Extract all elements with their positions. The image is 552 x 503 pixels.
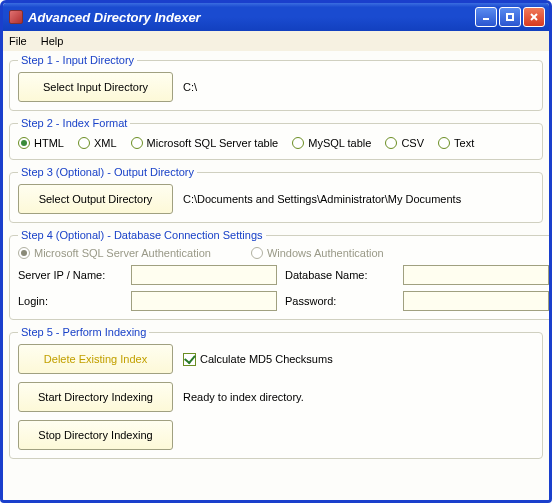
delete-existing-index-button[interactable]: Delete Existing Index xyxy=(18,344,173,374)
radio-icon xyxy=(18,247,30,259)
menu-file[interactable]: File xyxy=(9,35,27,47)
app-window: Advanced Directory Indexer File Help Ste… xyxy=(0,0,552,503)
auth-sql-label: Microsoft SQL Server Authentication xyxy=(34,247,211,259)
minimize-icon xyxy=(481,12,491,22)
radio-icon xyxy=(78,137,90,149)
md5-label: Calculate MD5 Checksums xyxy=(200,353,333,365)
auth-sql-radio: Microsoft SQL Server Authentication xyxy=(18,247,211,259)
titlebar: Advanced Directory Indexer xyxy=(3,3,549,31)
password-label: Password: xyxy=(285,295,395,307)
menu-help[interactable]: Help xyxy=(41,35,64,47)
indexing-status: Ready to index directory. xyxy=(183,391,304,403)
menubar: File Help xyxy=(3,31,549,51)
radio-icon xyxy=(131,137,143,149)
format-csv-label: CSV xyxy=(401,137,424,149)
step1-group: Step 1 - Input Directory Select Input Di… xyxy=(9,54,543,111)
radio-icon xyxy=(292,137,304,149)
checkbox-icon xyxy=(183,353,196,366)
format-xml-label: XML xyxy=(94,137,117,149)
server-input[interactable] xyxy=(131,265,277,285)
step5-legend: Step 5 - Perform Indexing xyxy=(18,326,149,338)
window-controls xyxy=(475,7,545,27)
svg-rect-1 xyxy=(507,14,513,20)
auth-windows-label: Windows Authentication xyxy=(267,247,384,259)
radio-icon xyxy=(438,137,450,149)
format-text-label: Text xyxy=(454,137,474,149)
close-button[interactable] xyxy=(523,7,545,27)
start-directory-indexing-button[interactable]: Start Directory Indexing xyxy=(18,382,173,412)
database-label: Database Name: xyxy=(285,269,395,281)
step4-group: Step 4 (Optional) - Database Connection … xyxy=(9,229,549,320)
radio-icon xyxy=(251,247,263,259)
radio-icon xyxy=(18,137,30,149)
format-mysql-radio[interactable]: MySQL table xyxy=(292,137,371,149)
radio-icon xyxy=(385,137,397,149)
select-input-directory-button[interactable]: Select Input Directory xyxy=(18,72,173,102)
step3-legend: Step 3 (Optional) - Output Directory xyxy=(18,166,197,178)
select-output-directory-button[interactable]: Select Output Directory xyxy=(18,184,173,214)
format-mssql-radio[interactable]: Microsoft SQL Server table xyxy=(131,137,279,149)
format-mssql-label: Microsoft SQL Server table xyxy=(147,137,279,149)
md5-checkbox[interactable]: Calculate MD5 Checksums xyxy=(183,353,333,366)
step2-legend: Step 2 - Index Format xyxy=(18,117,130,129)
step3-group: Step 3 (Optional) - Output Directory Sel… xyxy=(9,166,543,223)
auth-windows-radio: Windows Authentication xyxy=(251,247,384,259)
password-input[interactable] xyxy=(403,291,549,311)
database-input[interactable] xyxy=(403,265,549,285)
step4-legend: Step 4 (Optional) - Database Connection … xyxy=(18,229,266,241)
format-html-label: HTML xyxy=(34,137,64,149)
step2-group: Step 2 - Index Format HTML XML Microsoft… xyxy=(9,117,543,160)
format-text-radio[interactable]: Text xyxy=(438,137,474,149)
format-xml-radio[interactable]: XML xyxy=(78,137,117,149)
minimize-button[interactable] xyxy=(475,7,497,27)
format-csv-radio[interactable]: CSV xyxy=(385,137,424,149)
stop-directory-indexing-button[interactable]: Stop Directory Indexing xyxy=(18,420,173,450)
step1-legend: Step 1 - Input Directory xyxy=(18,54,137,66)
content-area: Step 1 - Input Directory Select Input Di… xyxy=(3,51,549,500)
app-icon xyxy=(9,10,23,24)
login-label: Login: xyxy=(18,295,123,307)
input-directory-path: C:\ xyxy=(183,81,197,93)
output-directory-path: C:\Documents and Settings\Administrator\… xyxy=(183,193,461,205)
close-icon xyxy=(529,12,539,22)
maximize-button[interactable] xyxy=(499,7,521,27)
maximize-icon xyxy=(505,12,515,22)
format-html-radio[interactable]: HTML xyxy=(18,137,64,149)
step5-group: Step 5 - Perform Indexing Delete Existin… xyxy=(9,326,543,459)
format-mysql-label: MySQL table xyxy=(308,137,371,149)
window-title: Advanced Directory Indexer xyxy=(28,10,475,25)
login-input[interactable] xyxy=(131,291,277,311)
server-label: Server IP / Name: xyxy=(18,269,123,281)
